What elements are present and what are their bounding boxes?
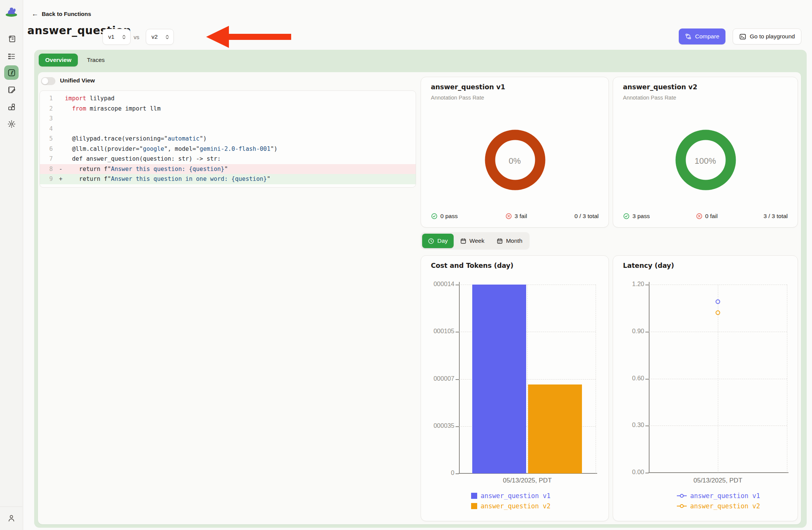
time-range-toggle: Day Week Month <box>421 232 530 250</box>
total-count: 0 / 3 total <box>574 213 599 220</box>
code-line: 7 def answer_question(question: str) -> … <box>40 154 416 164</box>
time-range-week[interactable]: Week <box>454 234 490 248</box>
y-tick-label: 000007 <box>424 375 454 382</box>
code-line: 2 from mirascope import llm <box>40 104 416 114</box>
tick-mark <box>456 285 459 285</box>
card-footer: 0 pass 3 fail 0 / 3 total <box>421 213 609 220</box>
card-subtitle: Annotation Pass Rate <box>623 95 676 101</box>
card-title: answer_question v2 <box>623 83 697 91</box>
check-circle-icon <box>431 213 438 220</box>
legend-swatch <box>471 503 477 509</box>
day-label: Day <box>437 237 448 244</box>
tick-mark <box>645 426 649 426</box>
go-to-playground-button[interactable]: Go to playground <box>733 28 801 44</box>
chart-title: Latency (day) <box>623 262 674 269</box>
user-icon <box>7 514 16 523</box>
tab-overview[interactable]: Overview <box>39 54 78 66</box>
check-circle-icon <box>623 213 630 220</box>
chart-title: Cost and Tokens (day) <box>431 262 513 269</box>
card-title: answer_question v1 <box>431 83 505 91</box>
sidebar-item-user[interactable] <box>6 513 17 524</box>
cost-tokens-plot: 0000140001050000070000350 <box>459 285 596 473</box>
code-line: 4 <box>40 124 416 134</box>
latency-legend: answer_question v1answer_question v2 <box>677 492 760 510</box>
back-arrow-icon: ← <box>32 10 38 17</box>
gridline <box>527 285 528 473</box>
tick-mark <box>456 473 459 474</box>
tick-mark <box>456 379 459 380</box>
sidebar-item-blocks[interactable] <box>4 100 19 114</box>
gridline <box>787 285 787 473</box>
compare-label: Compare <box>695 33 719 40</box>
legend-marker <box>677 504 687 508</box>
lilypad-frog-logo[interactable] <box>3 2 19 18</box>
y-tick-label: 000014 <box>424 280 454 288</box>
version-card-v2: answer_question v2 Annotation Pass Rate … <box>613 77 798 228</box>
legend-label: answer_question v2 <box>690 502 760 510</box>
pass-rate-value: 100% <box>613 156 798 166</box>
y-tick-label: 0.30 <box>614 421 644 429</box>
code-line: 6 @llm.call(provider="google", model="ge… <box>40 144 416 154</box>
compare-button[interactable]: Compare <box>679 28 725 44</box>
legend-marker <box>677 494 687 498</box>
pass-stat: 0 pass <box>431 213 458 220</box>
y-tick-label: 0.00 <box>614 468 644 476</box>
latency-card: Latency (day) 1.200.900.600.300.00 05/13… <box>613 255 798 521</box>
tick-mark <box>645 332 649 332</box>
latency-plot: 1.200.900.600.300.00 <box>649 285 787 473</box>
fail-count: 3 fail <box>515 213 527 220</box>
unified-view-toggle[interactable] <box>41 77 55 85</box>
card-subtitle: Annotation Pass Rate <box>431 95 484 101</box>
function-icon: f <box>7 68 16 77</box>
sidebar-item-list[interactable] <box>4 49 19 63</box>
y-tick-label: 0.60 <box>614 375 644 382</box>
x-circle-icon <box>696 213 703 220</box>
y-axis <box>649 282 650 473</box>
time-range-day[interactable]: Day <box>422 234 454 248</box>
red-arrow-annotation <box>205 25 292 49</box>
terminal-icon <box>739 33 746 40</box>
legend-item: answer_question v1 <box>471 492 550 500</box>
code-diff-block: 1import lilypad2 from mirascope import l… <box>39 90 416 188</box>
tick-mark <box>645 473 649 473</box>
y-axis <box>459 282 460 473</box>
code-line: 9+ return f"Answer this question in one … <box>40 174 416 184</box>
x-axis-label: 05/13/2025, PDT <box>649 477 787 484</box>
y-tick-label: 1.20 <box>614 280 644 288</box>
version-select-left[interactable]: v1 <box>102 29 131 45</box>
clock-icon <box>428 238 434 244</box>
version-select-right[interactable]: v2 <box>146 29 174 45</box>
legend-swatch <box>471 493 477 499</box>
gridline <box>596 285 596 473</box>
y-tick-label: 0.90 <box>614 327 644 335</box>
legend-item: answer_question v1 <box>677 492 760 500</box>
total-count: 3 / 3 total <box>763 213 788 220</box>
y-tick-label: 000035 <box>424 422 454 429</box>
x-axis-label: 05/13/2025, PDT <box>459 477 596 484</box>
week-label: Week <box>470 237 484 244</box>
pass-stat: 3 pass <box>623 213 650 220</box>
legend-label: answer_question v1 <box>481 492 550 500</box>
gear-icon <box>7 120 16 128</box>
y-tick-label: 000105 <box>424 327 454 335</box>
unified-view-label: Unified View <box>60 77 95 84</box>
code-line: 8- return f"Answer this question: {quest… <box>40 164 416 174</box>
legend-label: answer_question v1 <box>690 492 760 500</box>
back-to-functions-link[interactable]: ← Back to Functions <box>32 10 91 17</box>
code-block-rows: 1import lilypad2 from mirascope import l… <box>40 93 416 184</box>
tab-traces[interactable]: Traces <box>80 54 111 66</box>
tick-mark <box>645 379 649 380</box>
time-range-month[interactable]: Month <box>491 234 528 248</box>
sidebar-item-settings[interactable] <box>4 117 19 131</box>
fail-stat: 3 fail <box>505 213 527 220</box>
tick-mark <box>645 285 649 285</box>
back-link-label: Back to Functions <box>42 11 91 17</box>
blocks-icon <box>7 103 16 111</box>
calendar-days-icon <box>497 238 503 244</box>
version-left-value: v1 <box>108 33 114 40</box>
toggle-knob <box>42 78 48 84</box>
sidebar-item-annotations[interactable] <box>4 82 19 97</box>
sidebar-item-functions[interactable]: f <box>4 65 19 80</box>
notebook-pen-icon <box>7 85 16 94</box>
sidebar-item-scroll[interactable] <box>4 32 19 46</box>
